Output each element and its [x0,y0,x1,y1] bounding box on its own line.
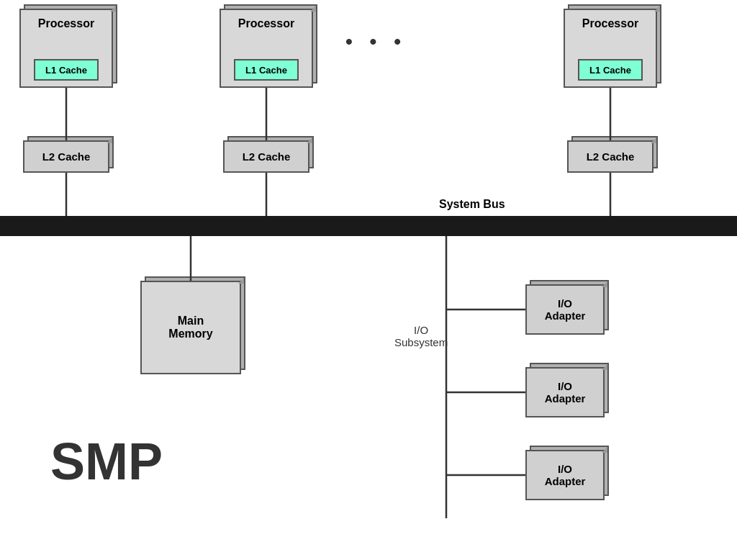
io-adapter-3-label: I/OAdapter [545,463,586,487]
system-bus [0,216,737,236]
io-adapter-2: I/OAdapter [525,367,605,417]
io-adapter-1-label: I/OAdapter [545,297,586,322]
smp-label: SMP [50,432,163,491]
io-adapter-1: I/OAdapter [525,284,605,335]
processor-2: Processor L1 Cache [220,9,313,88]
io-adapter-2-label: I/OAdapter [545,380,586,405]
processor-3: Processor L1 Cache [564,9,657,88]
l2-cache-2: L2 Cache [223,140,309,173]
l2-cache-1: L2 Cache [23,140,109,173]
io-adapter-3: I/OAdapter [525,450,605,500]
main-memory-label: MainMemory [168,315,212,340]
l1-cache-3: L1 Cache [578,59,643,81]
l2-cache-3: L2 Cache [567,140,654,173]
l1-cache-1: L1 Cache [34,59,99,81]
processor-1-label: Processor [21,17,112,30]
l1-cache-2: L1 Cache [234,59,299,81]
smp-diagram: Processor L1 Cache Processor L1 Cache • … [0,0,737,560]
main-memory: MainMemory [140,281,241,374]
io-subsystem-label: I/OSubsystem [394,324,448,348]
processor-3-label: Processor [565,17,656,30]
processor-2-label: Processor [221,17,312,30]
processor-1: Processor L1 Cache [19,9,113,88]
system-bus-label: System Bus [439,198,505,211]
dots-indicator: • • • [345,30,407,53]
